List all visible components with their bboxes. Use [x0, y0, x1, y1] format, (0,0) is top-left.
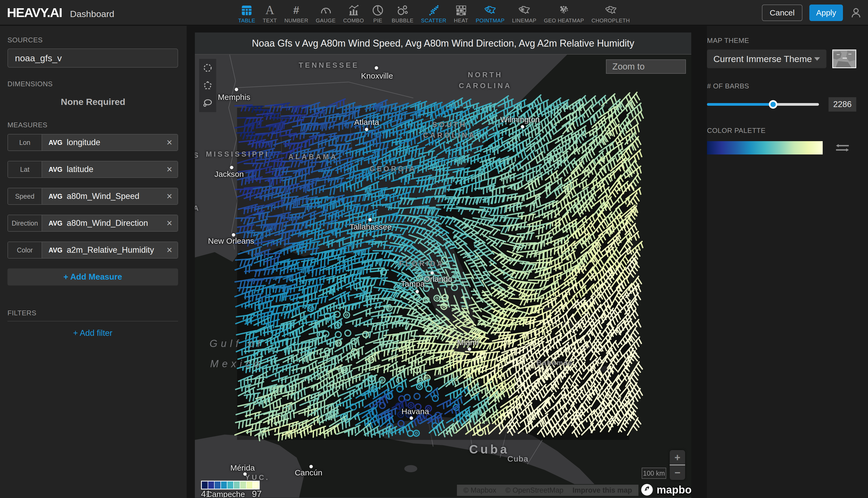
chart-type-label: SCATTER	[421, 17, 446, 24]
measure-slot-label: Color	[8, 242, 42, 258]
cancel-button[interactable]: Cancel	[762, 4, 802, 21]
scatter-chart-icon	[427, 4, 440, 17]
left-sidebar: SOURCES DIMENSIONS None Required MEASURE…	[0, 26, 187, 498]
draw-circle-icon[interactable]	[202, 63, 213, 73]
zoom-to-button[interactable]: Zoom to	[606, 60, 686, 74]
chart-type-scatter[interactable]: SCATTER	[421, 4, 446, 24]
remove-measure-icon[interactable]: ×	[167, 218, 172, 228]
map-theme-label: MAP THEME	[707, 37, 868, 45]
legend-swatch	[202, 482, 208, 489]
zoom-in-button[interactable]: +	[670, 450, 685, 465]
map-title-bar: Noaa Gfs v Avg A80m Wind Speed, Avg A80m…	[195, 32, 691, 55]
chart-type-pie[interactable]: PIE	[371, 4, 384, 24]
chart-type-choropleth[interactable]: CHOROPLETH	[591, 4, 630, 24]
gauge-chart-icon	[319, 4, 332, 17]
legend-swatch	[227, 482, 233, 489]
table-chart-icon	[240, 4, 253, 17]
chart-type-combo[interactable]: COMBO	[343, 4, 364, 24]
legend-swatch	[215, 482, 220, 489]
legend-swatch	[221, 482, 227, 489]
remove-measure-icon[interactable]: ×	[167, 192, 172, 201]
source-input[interactable]	[8, 49, 178, 68]
measures-label: MEASURES	[8, 121, 179, 129]
chevron-down-icon	[814, 57, 820, 61]
legend-swatch	[240, 482, 246, 489]
logo-text: HEAVY.AI	[7, 5, 62, 20]
barbs-slider[interactable]	[707, 100, 819, 109]
draw-lasso-icon[interactable]	[202, 98, 213, 108]
mapbox-logo-text: mapbox	[656, 484, 691, 496]
measure-aggregate: AVG	[49, 166, 62, 173]
svg-text:#: #	[293, 4, 299, 16]
measure-row-lat[interactable]: LatAVGlatitude×	[8, 161, 178, 178]
attribution-osm[interactable]: © OpenStreetMap	[505, 486, 563, 495]
chart-type-linemap[interactable]: LINEMAP	[512, 4, 536, 24]
heat-chart-icon	[455, 4, 467, 17]
chart-type-bubble[interactable]: BUBBLE	[392, 4, 413, 24]
chart-type-label: LINEMAP	[512, 17, 536, 24]
legend-swatch	[246, 482, 253, 489]
remove-measure-icon[interactable]: ×	[167, 165, 172, 174]
chart-type-table[interactable]: TABLE	[238, 4, 255, 24]
pie-chart-icon	[371, 4, 384, 17]
map-theme-select[interactable]: Current Immerse Theme	[707, 50, 826, 68]
dashboard-title: Dashboard	[70, 9, 114, 19]
chart-type-label: COMBO	[343, 17, 364, 24]
legend-swatch	[208, 482, 214, 489]
text-chart-icon: A	[264, 4, 276, 17]
color-palette-bar[interactable]	[707, 141, 823, 155]
chart-type-label: BUBBLE	[392, 17, 413, 24]
measure-row-lon[interactable]: LonAVGlongitude×	[8, 134, 178, 151]
chart-type-heat[interactable]: HEAT	[454, 4, 468, 24]
measure-row-direction[interactable]: DirectionAVGa80m_Wind_Direction×	[8, 215, 178, 232]
measure-row-color[interactable]: ColorAVGa2m_Relative_Humidity×	[8, 241, 178, 259]
chart-type-label: GAUGE	[316, 17, 336, 24]
zoom-out-button[interactable]: −	[670, 465, 685, 480]
attribution-improve-link[interactable]: Improve this map	[572, 486, 632, 495]
map-zoom-controls: + −	[670, 450, 685, 480]
measure-slot-label: Lat	[8, 161, 42, 178]
legend-swatch	[234, 482, 240, 489]
map-title: Noaa Gfs v Avg A80m Wind Speed, Avg A80m…	[252, 38, 635, 49]
combo-chart-icon	[347, 4, 360, 17]
palette-reverse-icon[interactable]	[835, 142, 850, 154]
choropleth-chart-icon	[604, 4, 617, 17]
topbar-actions: Cancel Apply	[762, 0, 862, 25]
chart-type-label: TEXT	[263, 17, 277, 24]
chart-type-label: TABLE	[238, 17, 255, 24]
pointmap-canvas[interactable]	[195, 55, 691, 497]
measure-aggregate: AVG	[49, 246, 62, 254]
chart-type-geo-heatmap[interactable]: GEO HEATMAP	[544, 4, 584, 24]
map-theme-thumbnail[interactable]	[832, 50, 856, 68]
slider-thumb[interactable]	[769, 100, 777, 109]
mapbox-logo[interactable]: mapbox	[640, 483, 691, 497]
measure-slot-label: Direction	[8, 215, 42, 231]
sources-label: SOURCES	[8, 36, 43, 44]
chart-type-number[interactable]: #NUMBER	[284, 4, 308, 24]
legend-swatch	[253, 482, 259, 489]
chart-type-text[interactable]: ATEXT	[263, 4, 277, 24]
svg-text:A: A	[266, 4, 274, 17]
chart-type-label: HEAT	[454, 17, 468, 24]
legend-max-value: 97	[252, 489, 262, 497]
draw-polygon-icon[interactable]	[202, 80, 213, 91]
map-attribution: © Mapbox © OpenStreetMap Improve this ma…	[457, 485, 638, 496]
measure-aggregate: AVG	[49, 220, 62, 227]
measure-aggregate: AVG	[49, 139, 62, 146]
attribution-mapbox[interactable]: © Mapbox	[463, 486, 496, 495]
remove-measure-icon[interactable]: ×	[167, 245, 172, 255]
right-panel: MAP THEME Current Immerse Theme # OF BAR…	[707, 26, 868, 498]
chart-type-gauge[interactable]: GAUGE	[316, 4, 336, 24]
remove-measure-icon[interactable]: ×	[167, 138, 172, 147]
chart-type-label: NUMBER	[284, 17, 308, 24]
map-body: TENNESSEENORTH CAROLINASOUTH CAROLINAMIS…	[195, 55, 691, 497]
measure-row-speed[interactable]: SpeedAVGa80m_Wind_Speed×	[8, 188, 178, 205]
mapbox-logo-icon	[640, 483, 654, 497]
chart-type-pointmap[interactable]: POINTMAP	[476, 4, 505, 24]
dimensions-empty-text: None Required	[8, 97, 179, 107]
chart-type-label: POINTMAP	[476, 17, 505, 24]
apply-button[interactable]: Apply	[809, 4, 843, 21]
add-measure-button[interactable]: + Add Measure	[8, 268, 178, 286]
user-avatar-icon[interactable]	[850, 6, 862, 19]
add-filter-button[interactable]: + Add filter	[8, 328, 178, 338]
